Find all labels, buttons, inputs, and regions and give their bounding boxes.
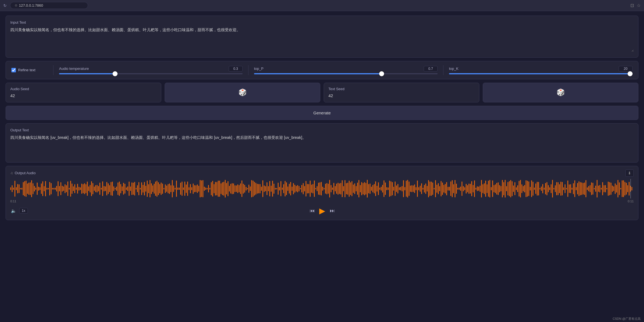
lock-icon: ⊙ — [15, 4, 17, 7]
text-seed-dice-button[interactable]: 🎲 — [483, 83, 638, 102]
divider-2 — [248, 65, 248, 75]
speed-button[interactable]: 1x — [19, 208, 28, 213]
url-bar[interactable]: ⊙ 127.0.0.1:7860 — [10, 2, 88, 9]
rewind-button[interactable]: ⏮ — [310, 208, 315, 214]
input-text-panel: Input Text — [6, 16, 638, 58]
waveform-playhead — [630, 179, 631, 198]
fast-forward-button[interactable]: ⏭ — [330, 208, 335, 214]
browser-bar: ↻ ⊙ 127.0.0.1:7860 ⊡ ☆ — [0, 0, 644, 11]
time-end: 0:11 — [628, 200, 634, 203]
reload-icon[interactable]: ↻ — [3, 3, 7, 8]
audio-seed-dice-button[interactable]: 🎲 — [165, 83, 320, 102]
top-p-value: 0.7 — [424, 66, 438, 72]
audio-temperature-group: Audio temperature 0.3 — [59, 66, 243, 74]
text-seed-input[interactable] — [328, 93, 475, 98]
play-button[interactable]: ▶ — [319, 206, 325, 215]
playback-controls: 🔈 1x ⏮ ▶ ⏭ — [10, 205, 634, 217]
refine-text-group: Refine text — [11, 68, 48, 72]
audio-title-group: ♫ Output Audio — [10, 171, 36, 175]
audio-seed-label: Audio Seed — [10, 87, 157, 91]
divider-1 — [53, 65, 53, 75]
footer-text: CSDN @广君有点高 — [613, 317, 641, 320]
top-p-group: top_P 0.7 — [254, 66, 438, 74]
controls-row: Refine text Audio temperature 0.3 top_P … — [6, 61, 638, 79]
top-p-slider[interactable] — [254, 73, 438, 74]
top-p-label: top_P — [254, 67, 264, 71]
refine-text-checkbox[interactable] — [11, 68, 16, 72]
top-k-group: top_K 20 — [449, 66, 633, 74]
url-text: 127.0.0.1:7860 — [19, 3, 43, 8]
input-text-area[interactable] — [10, 27, 634, 52]
text-seed-label: Text Seed — [328, 87, 475, 91]
waveform-canvas — [10, 179, 634, 198]
time-row: 0:11 0:11 — [10, 200, 634, 203]
browser-right-icons: ⊡ ☆ — [630, 3, 641, 8]
download-button[interactable]: ⬇ — [625, 169, 634, 177]
waveform-container — [10, 179, 634, 198]
audio-temperature-label: Audio temperature — [59, 67, 89, 71]
text-dice-icon: 🎲 — [557, 89, 565, 96]
footer: CSDN @广君有点高 — [609, 316, 644, 322]
time-start: 0:11 — [10, 200, 16, 203]
volume-button[interactable]: 🔈 — [10, 208, 17, 214]
audio-dice-icon: 🎲 — [238, 89, 247, 96]
main-content: Input Text Refine text Audio temperature… — [0, 11, 644, 225]
audio-temperature-slider[interactable] — [59, 73, 243, 74]
audio-temperature-value: 0.3 — [229, 66, 243, 72]
output-text-label: Output Text — [10, 128, 634, 132]
center-controls: ⏮ ▶ ⏭ — [310, 206, 335, 215]
star-icon[interactable]: ☆ — [637, 3, 641, 8]
generate-button[interactable]: Generate — [6, 106, 638, 120]
output-text-area[interactable] — [10, 134, 634, 157]
text-seed-input-panel: Text Seed — [324, 83, 479, 102]
output-text-panel: Output Text — [6, 123, 638, 163]
divider-3 — [443, 65, 443, 75]
audio-title: Output Audio — [15, 171, 36, 175]
output-audio-panel: ♫ Output Audio ⬇ 0:11 0:11 🔈 1x ⏮ ▶ ⏭ — [6, 166, 638, 220]
refine-text-label: Refine text — [18, 68, 35, 72]
top-k-value: 20 — [619, 66, 633, 72]
top-k-label: top_K — [449, 67, 458, 71]
top-k-slider[interactable] — [449, 73, 633, 74]
audio-seed-input[interactable] — [10, 93, 157, 98]
cast-icon[interactable]: ⊡ — [630, 3, 634, 8]
seed-row: Audio Seed 🎲 Text Seed 🎲 — [6, 83, 638, 102]
input-text-label: Input Text — [10, 20, 634, 24]
audio-seed-input-panel: Audio Seed — [6, 83, 161, 102]
left-controls: 🔈 1x — [10, 208, 28, 214]
audio-header: ♫ Output Audio ⬇ — [10, 169, 634, 177]
music-icon: ♫ — [10, 171, 13, 175]
